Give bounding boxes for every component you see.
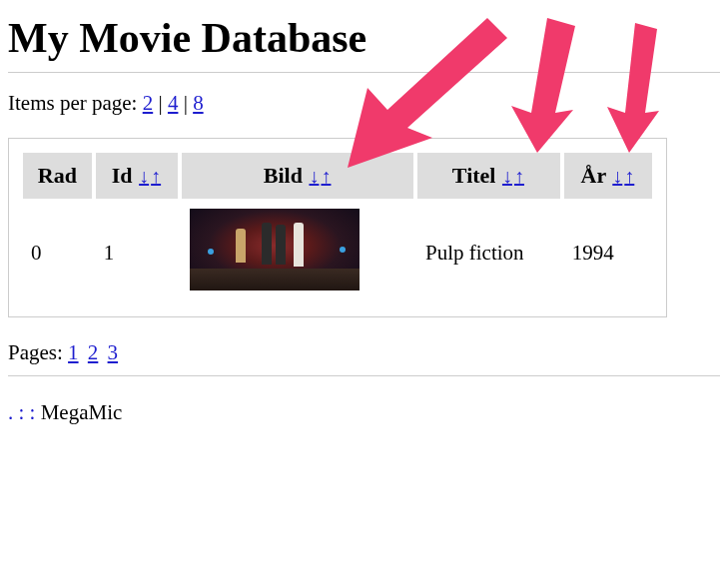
separator: | <box>158 91 167 115</box>
table-header-row: Rad Id ↓↑ Bild ↓↑ Titel ↓↑ Å <box>23 153 652 199</box>
col-bild: Bild ↓↑ <box>182 153 413 199</box>
movie-table-container: Rad Id ↓↑ Bild ↓↑ Titel ↓↑ Å <box>8 138 667 317</box>
sort-asc-bild[interactable]: ↑ <box>320 165 332 187</box>
items-per-page-2[interactable]: 2 <box>143 91 154 115</box>
items-per-page-label: Items per page: <box>8 91 137 115</box>
items-per-page-8[interactable]: 8 <box>193 91 204 115</box>
col-ar: År ↓↑ <box>564 153 652 199</box>
footer: . : : MegaMic <box>8 400 720 425</box>
sort-desc-ar[interactable]: ↓ <box>611 165 623 187</box>
cell-ar: 1994 <box>564 203 652 302</box>
movie-table: Rad Id ↓↑ Bild ↓↑ Titel ↓↑ Å <box>19 149 656 306</box>
col-id: Id ↓↑ <box>96 153 179 199</box>
col-rad: Rad <box>23 153 92 199</box>
sort-asc-id[interactable]: ↑ <box>150 165 162 187</box>
col-label: År <box>581 163 606 188</box>
col-label: Titel <box>452 163 496 188</box>
sort-asc-ar[interactable]: ↑ <box>623 165 635 187</box>
sort-desc-id[interactable]: ↓ <box>138 165 150 187</box>
page-link-3[interactable]: 3 <box>108 340 119 364</box>
movie-thumbnail[interactable] <box>190 209 360 290</box>
page-link-2[interactable]: 2 <box>88 340 99 364</box>
items-per-page: Items per page: 2 | 4 | 8 <box>8 91 720 116</box>
sort-desc-titel[interactable]: ↓ <box>501 165 513 187</box>
col-label: Id <box>112 163 133 188</box>
footer-prefix: . : : <box>8 400 41 424</box>
page-link-1[interactable]: 1 <box>68 340 79 364</box>
cell-id: 1 <box>96 203 179 302</box>
sort-asc-titel[interactable]: ↑ <box>513 165 525 187</box>
cell-titel: Pulp fiction <box>417 203 560 302</box>
col-label: Rad <box>38 163 77 188</box>
separator: | <box>184 91 193 115</box>
footer-credit: MegaMic <box>41 400 123 424</box>
divider-bottom <box>8 375 720 376</box>
col-label: Bild <box>264 163 303 188</box>
pagination-label: Pages: <box>8 340 63 364</box>
cell-bild <box>182 203 413 302</box>
sort-desc-bild[interactable]: ↓ <box>308 165 320 187</box>
cell-rad: 0 <box>23 203 92 302</box>
col-titel: Titel ↓↑ <box>417 153 560 199</box>
table-row: 0 1 Pulp fiction <box>23 203 652 302</box>
items-per-page-4[interactable]: 4 <box>168 91 179 115</box>
page-title: My Movie Database <box>8 14 720 62</box>
divider-top <box>8 72 720 73</box>
pagination: Pages: 1 2 3 <box>8 340 720 365</box>
